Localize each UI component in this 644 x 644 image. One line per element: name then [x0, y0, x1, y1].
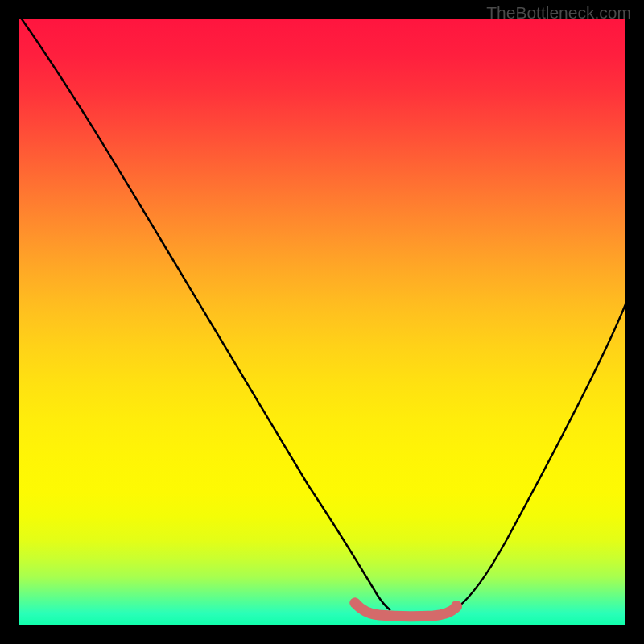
pink-dot-left: [350, 598, 361, 609]
plot-area: [19, 19, 625, 625]
pink-dot-right: [451, 601, 462, 612]
right-curve-line: [458, 304, 625, 607]
watermark-text: TheBottleneck.com: [486, 3, 631, 23]
chart-curves: [19, 19, 625, 625]
pink-flat-segment: [355, 603, 456, 617]
chart-container: TheBottleneck.com: [0, 0, 644, 644]
left-curve-line: [19, 19, 390, 610]
